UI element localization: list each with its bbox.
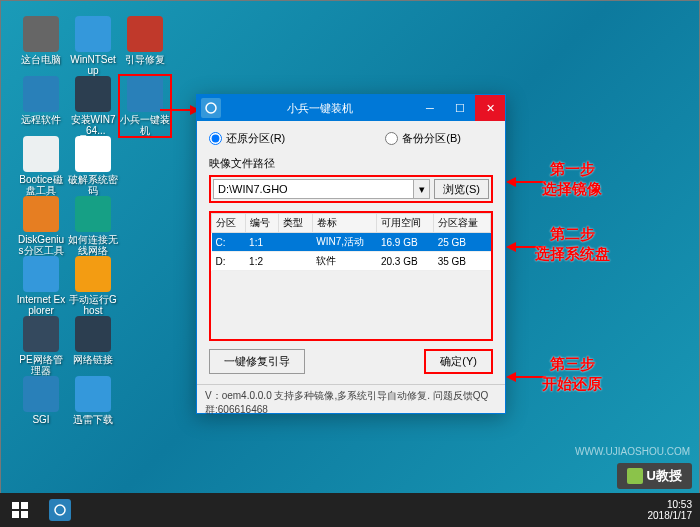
image-path-combo[interactable]: ▾ bbox=[213, 179, 430, 199]
svg-rect-9 bbox=[12, 502, 19, 509]
table-row[interactable]: D:1:2软件20.3 GB35 GB bbox=[212, 252, 491, 271]
svg-point-13 bbox=[55, 505, 65, 515]
tray-time: 10:53 bbox=[648, 499, 693, 510]
svg-rect-12 bbox=[21, 511, 28, 518]
app-icon bbox=[75, 256, 111, 292]
app-icon bbox=[23, 76, 59, 112]
dropdown-icon[interactable]: ▾ bbox=[413, 180, 429, 198]
status-bar: V：oem4.0.0.0 支持多种镜像,多系统引导自动修复. 问题反馈QQ群:6… bbox=[197, 384, 505, 421]
svg-marker-6 bbox=[506, 242, 516, 252]
close-button[interactable]: ✕ bbox=[475, 95, 505, 121]
path-label: 映像文件路径 bbox=[209, 156, 493, 171]
app-icon bbox=[23, 196, 59, 232]
table-row[interactable]: C:1:1WIN7,活动16.9 GB25 GB bbox=[212, 233, 491, 252]
app-window: 小兵一键装机 ─ ☐ ✕ 还原分区(R) 备份分区(B) 映像文件路径 ▾ 浏览… bbox=[196, 94, 506, 414]
logo-icon bbox=[627, 468, 643, 484]
watermark: WWW.UJIAOSHOU.COM bbox=[575, 446, 690, 457]
taskbar: 10:53 2018/1/17 bbox=[0, 493, 700, 527]
app-icon bbox=[23, 136, 59, 172]
desktop-icon-Bootice磁盘工具[interactable]: Bootice磁盘工具 bbox=[16, 136, 66, 196]
desktop-icon-如何连接无线网络[interactable]: 如何连接无线网络 bbox=[68, 196, 118, 256]
app-icon bbox=[75, 196, 111, 232]
app-icon bbox=[201, 98, 221, 118]
system-tray[interactable]: 10:53 2018/1/17 bbox=[640, 499, 701, 521]
app-icon bbox=[75, 316, 111, 352]
svg-rect-11 bbox=[12, 511, 19, 518]
desktop-icon-DiskGenius分区工具[interactable]: DiskGenius分区工具 bbox=[16, 196, 66, 256]
column-header[interactable]: 编号 bbox=[245, 214, 279, 233]
arrow-step1 bbox=[506, 175, 546, 189]
app-icon bbox=[75, 16, 111, 52]
app-icon bbox=[23, 316, 59, 352]
start-button[interactable] bbox=[0, 493, 40, 527]
column-header[interactable]: 分区容量 bbox=[434, 214, 491, 233]
svg-marker-8 bbox=[506, 372, 516, 382]
image-path-input[interactable] bbox=[214, 180, 413, 198]
desktop-icon-手动运行Ghost[interactable]: 手动运行Ghost bbox=[68, 256, 118, 316]
desktop-icon-安装WIN7_64...[interactable]: 安装WIN7_64... bbox=[68, 76, 118, 136]
app-icon bbox=[75, 136, 111, 172]
app-icon bbox=[75, 376, 111, 412]
app-icon bbox=[75, 76, 111, 112]
ok-button[interactable]: 确定(Y) bbox=[424, 349, 493, 374]
column-header[interactable]: 分区 bbox=[212, 214, 246, 233]
app-icon bbox=[23, 256, 59, 292]
desktop-icon-PE网络管理器[interactable]: PE网络管理器 bbox=[16, 316, 66, 376]
partition-table: 分区编号类型卷标可用空间分区容量 C:1:1WIN7,活动16.9 GB25 G… bbox=[209, 211, 493, 341]
desktop-icon-网络链接[interactable]: 网络链接 bbox=[68, 316, 118, 365]
restore-radio[interactable]: 还原分区(R) bbox=[209, 131, 285, 146]
desktop-icon-Internet Explorer[interactable]: Internet Explorer bbox=[16, 256, 66, 316]
app-icon bbox=[127, 16, 163, 52]
app-icon bbox=[23, 376, 59, 412]
step2-title: 第二步 bbox=[550, 225, 595, 244]
desktop-icon-远程软件[interactable]: 远程软件 bbox=[16, 76, 66, 125]
repair-boot-button[interactable]: 一键修复引导 bbox=[209, 349, 305, 374]
browse-button[interactable]: 浏览(S) bbox=[434, 179, 489, 199]
svg-marker-4 bbox=[506, 177, 516, 187]
step1-desc: 选择镜像 bbox=[542, 180, 602, 199]
arrow-step3 bbox=[506, 370, 546, 384]
column-header[interactable]: 卷标 bbox=[312, 214, 377, 233]
titlebar: 小兵一键装机 ─ ☐ ✕ bbox=[197, 95, 505, 121]
tray-date: 2018/1/17 bbox=[648, 510, 693, 521]
backup-radio[interactable]: 备份分区(B) bbox=[385, 131, 461, 146]
step3-desc: 开始还原 bbox=[542, 375, 602, 394]
app-icon bbox=[23, 16, 59, 52]
step2-desc: 选择系统盘 bbox=[535, 245, 610, 264]
desktop-icon-这台电脑[interactable]: 这台电脑 bbox=[16, 16, 66, 65]
desktop-icon-破解系统密码[interactable]: 破解系统密码 bbox=[68, 136, 118, 196]
desktop-icon-SGI[interactable]: SGI bbox=[16, 376, 66, 425]
logo-badge: U教授 bbox=[617, 463, 692, 489]
svg-rect-10 bbox=[21, 502, 28, 509]
step3-title: 第三步 bbox=[550, 355, 595, 374]
desktop-icon-迅雷下载[interactable]: 迅雷下载 bbox=[68, 376, 118, 425]
window-title: 小兵一键装机 bbox=[225, 101, 415, 116]
app-icon bbox=[127, 76, 163, 112]
maximize-button[interactable]: ☐ bbox=[445, 95, 475, 121]
minimize-button[interactable]: ─ bbox=[415, 95, 445, 121]
desktop-icon-WinNTSetup[interactable]: WinNTSetup bbox=[68, 16, 118, 76]
arrow-icon-to-window bbox=[160, 100, 200, 120]
column-header[interactable]: 可用空间 bbox=[377, 214, 434, 233]
step1-title: 第一步 bbox=[550, 160, 595, 179]
taskbar-app[interactable] bbox=[40, 493, 80, 527]
svg-point-2 bbox=[206, 103, 216, 113]
column-header[interactable]: 类型 bbox=[279, 214, 313, 233]
desktop-icon-引导修复[interactable]: 引导修复 bbox=[120, 16, 170, 65]
